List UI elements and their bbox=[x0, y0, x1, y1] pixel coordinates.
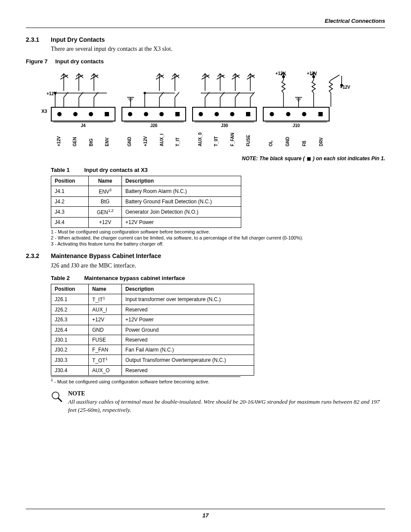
section-title: Maintenance Bypass Cabinet Interface bbox=[51, 252, 161, 260]
figure-7-caption: Figure 7 Input dry contacts bbox=[26, 58, 385, 65]
figure-note-post: ) on each slot indicates Pin 1. bbox=[311, 156, 385, 162]
section-2-3-2-body: J26 and J30 are the MBC interface. bbox=[51, 262, 385, 270]
pin1-square-icon bbox=[246, 112, 250, 116]
cell-name: T_OT1 bbox=[89, 355, 122, 366]
table-2-caption: Table 2 Maintenance bypass cabinet inter… bbox=[51, 274, 385, 282]
pin-name: BtG bbox=[88, 141, 94, 146]
cell-name: ENV3 bbox=[89, 186, 122, 196]
pin-name: DRV bbox=[318, 141, 324, 146]
cell-position: J4.2 bbox=[51, 196, 89, 206]
figure-note-pre: NOTE: The black square ( bbox=[242, 156, 306, 162]
pin1-square-icon bbox=[318, 112, 323, 116]
superscript: 3 bbox=[109, 188, 112, 192]
x3-label: X3 bbox=[41, 108, 47, 115]
table-row: J4.4+12V+12V Power bbox=[51, 218, 241, 227]
pin-dot-icon bbox=[199, 112, 203, 116]
connector-group-j10: J10OLGNDFBDRV bbox=[263, 107, 330, 147]
header-rule bbox=[26, 28, 385, 28]
cell-position: J30.2 bbox=[51, 345, 89, 355]
cell-name: +12V bbox=[89, 218, 122, 227]
pin-name: T_IT bbox=[175, 141, 181, 146]
cell-description: Battery Room Alarm (N.C.) bbox=[122, 186, 241, 196]
pin-dot-icon bbox=[215, 112, 219, 116]
table-2-body: J26.1T_IT1Input transformer over tempera… bbox=[51, 294, 254, 376]
pin-name: GND bbox=[285, 141, 291, 146]
table-2-title: Maintenance bypass cabinet interface bbox=[84, 275, 185, 281]
pin-names: AUX_0T_0TF_FANFUSE bbox=[192, 128, 257, 146]
table-row: J26.1T_IT1Input transformer over tempera… bbox=[51, 294, 254, 305]
cell-position: J30.1 bbox=[51, 335, 89, 345]
pin-name: +12V bbox=[56, 141, 62, 146]
footer-rule bbox=[26, 509, 385, 509]
figure-7-note: NOTE: The black square ( ) on each slot … bbox=[26, 155, 385, 162]
table-row: J26.2AUX_IReserved bbox=[51, 305, 254, 315]
pin-name: F_FAN bbox=[230, 141, 236, 146]
table-row: J30.1FUSEReserved bbox=[51, 335, 254, 345]
cell-position: J26.3 bbox=[51, 315, 89, 325]
pin-names: +12VGENBtGENV bbox=[51, 128, 115, 146]
pin1-square-icon bbox=[105, 112, 109, 116]
cell-position: J26.1 bbox=[51, 294, 89, 305]
cell-description: Generator Join Detection (N.O.) bbox=[122, 207, 241, 218]
pin-dot-icon bbox=[144, 112, 148, 116]
superscript: 1 bbox=[106, 357, 108, 361]
cell-name: GND bbox=[89, 325, 122, 335]
table-2-label: Table 2 bbox=[51, 275, 70, 281]
svg-point-69 bbox=[341, 84, 343, 86]
page-number: 17 bbox=[26, 512, 385, 520]
table-1: Position Name Description J4.1ENV3Batter… bbox=[51, 176, 241, 228]
table-1-body: J4.1ENV3Battery Room Alarm (N.C.)J4.2BtG… bbox=[51, 186, 241, 227]
th-description: Description bbox=[122, 176, 241, 186]
cell-position: J4.3 bbox=[51, 207, 89, 218]
pin-dot-icon bbox=[286, 112, 290, 116]
table-2: Position Name Description J26.1T_IT1Inpu… bbox=[51, 284, 254, 376]
svg-line-71 bbox=[58, 398, 62, 401]
superscript: 1 bbox=[103, 296, 105, 300]
table-2-footnotes: 1 - Must be configured using configurati… bbox=[51, 376, 240, 385]
connector-label: J26 bbox=[124, 122, 184, 129]
th-position: Position bbox=[51, 176, 89, 186]
table-1-label: Table 1 bbox=[51, 167, 70, 173]
note-text: NOTE All auxiliary cables of terminal mu… bbox=[68, 390, 385, 414]
pin-name: GND bbox=[127, 141, 133, 146]
figure-title: Input dry contacts bbox=[55, 58, 104, 65]
table-1-footnotes: 1 - Must be configured using configurati… bbox=[51, 229, 385, 247]
note-title: NOTE bbox=[68, 390, 385, 398]
table-row: J4.3GEN1,2Generator Join Detection (N.O.… bbox=[51, 207, 241, 218]
svg-point-17 bbox=[54, 92, 56, 94]
cell-description: Fan Fail Alarm (N.C.) bbox=[122, 345, 254, 355]
connector-box bbox=[192, 107, 257, 121]
th-position: Position bbox=[51, 284, 89, 294]
pin-dot-icon bbox=[73, 112, 78, 116]
svg-line-67 bbox=[331, 75, 339, 80]
svg-point-58 bbox=[283, 75, 285, 78]
svg-point-24 bbox=[144, 92, 146, 94]
connector-row: J4+12VGENBtGENVJ26GND+12VAUX_IT_ITJ30AUX… bbox=[51, 107, 365, 147]
connector-box bbox=[121, 107, 186, 121]
section-2-3-1-body: There are several input dry contacts at … bbox=[51, 45, 385, 53]
section-number: 2.3.2 bbox=[26, 252, 51, 260]
connector-group-j30: J30AUX_0T_0TF_FANFUSE bbox=[192, 107, 257, 147]
cell-description: +12V Power bbox=[122, 315, 254, 325]
pin-dot-icon bbox=[89, 112, 93, 116]
table-row: J4.1ENV3Battery Room Alarm (N.C.) bbox=[51, 186, 241, 196]
svg-point-65 bbox=[313, 75, 315, 78]
page-header-section: Electrical Connections bbox=[26, 17, 385, 25]
cell-name: BtG bbox=[89, 196, 122, 206]
cell-description: Input transformer over temperature (N.C.… bbox=[122, 294, 254, 305]
cell-name: T_IT1 bbox=[89, 294, 122, 305]
black-square-icon bbox=[307, 157, 311, 161]
svg-line-31 bbox=[175, 92, 179, 97]
pin-name: +12V bbox=[143, 141, 149, 146]
cell-description: Reserved bbox=[122, 335, 254, 345]
connector-group-j4: J4+12VGENBtGENV bbox=[51, 107, 115, 147]
foot2: 2 - When activated, the charger current … bbox=[51, 235, 385, 241]
cell-position: J4.4 bbox=[51, 218, 89, 227]
table-row: J26.3+12V+12V Power bbox=[51, 315, 254, 325]
pin-name: OL bbox=[268, 141, 274, 146]
foot1: - Must be configured using configuration… bbox=[53, 379, 209, 384]
connector-group-j26: J26GND+12VAUX_IT_IT bbox=[121, 107, 186, 147]
pin1-square-icon bbox=[175, 112, 180, 116]
pin-name: AUX_0 bbox=[197, 141, 203, 146]
pin-name: FUSE bbox=[246, 141, 252, 146]
